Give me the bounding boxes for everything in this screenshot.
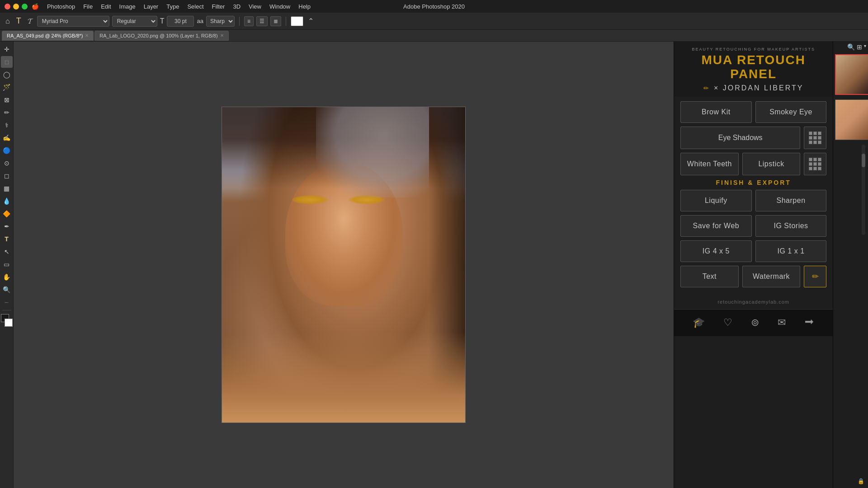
watermark-pencil-button[interactable]: ✏ — [804, 266, 826, 287]
smokey-eye-button[interactable]: Smokey Eye — [755, 101, 827, 123]
tool-gradient[interactable]: ▦ — [1, 183, 13, 194]
app-title: Adobe Photoshop 2020 — [403, 3, 465, 10]
tool-more[interactable]: ··· — [1, 296, 13, 308]
menu-layer[interactable]: Layer — [144, 3, 159, 10]
background-color[interactable] — [5, 319, 13, 327]
tool-select-path[interactable]: ↖ — [1, 246, 13, 258]
sharpen-button[interactable]: Sharpen — [755, 190, 827, 211]
menu-photoshop[interactable]: Photoshop — [47, 3, 75, 10]
thumbnail-controls: 🔍 ⊞ ▾ — [835, 43, 866, 51]
align-center-btn[interactable]: ☰ — [256, 16, 268, 26]
font-size-input[interactable] — [167, 16, 194, 27]
photo-body — [222, 332, 465, 422]
warp-text-btn[interactable]: ⌃ — [306, 16, 316, 26]
options-toolbar: ⌂ T 𝓣 Myriad Pro Regular T aa Sharp ≡ ☰ … — [0, 13, 868, 30]
anti-alias-select[interactable]: Sharp — [206, 16, 235, 27]
mua-icon-heart[interactable]: ♡ — [723, 317, 732, 328]
font-size-icon: T — [160, 17, 165, 25]
menu-type[interactable]: Type — [166, 3, 179, 10]
photo-bg-light — [316, 107, 429, 197]
tool-move[interactable]: ✛ — [1, 43, 13, 55]
tool-text[interactable]: T — [1, 233, 13, 245]
menu-help[interactable]: Help — [298, 3, 311, 10]
lipstick-button[interactable]: Lipstick — [742, 153, 801, 175]
mua-buttons-area: Brow Kit Smokey Eye Eye Shadows — [674, 97, 833, 296]
font-family-select[interactable]: Myriad Pro — [37, 16, 109, 27]
menu-filter[interactable]: Filter — [212, 3, 225, 10]
mua-header: BEAUTY RETOUCHING FOR MAKEUP ARTISTS MUA… — [674, 42, 833, 97]
tool-crop[interactable]: ⊠ — [1, 94, 13, 106]
ig-stories-button[interactable]: IG Stories — [755, 215, 827, 237]
dropdown-arrow[interactable]: ▾ — [864, 43, 866, 51]
menu-image[interactable]: Image — [119, 3, 136, 10]
minimize-button[interactable] — [13, 4, 19, 9]
tool-spot-heal[interactable]: ⚕ — [1, 119, 13, 131]
eye-shadows-button[interactable]: Eye Shadows — [680, 127, 800, 149]
menu-file[interactable]: File — [83, 3, 93, 10]
text-tool-btn[interactable]: T — [14, 15, 23, 27]
watermark-button[interactable]: Watermark — [742, 266, 801, 287]
thumbnail-scroll-area — [835, 145, 866, 474]
tool-history[interactable]: ⊙ — [1, 157, 13, 169]
align-right-btn[interactable]: ≣ — [270, 16, 281, 26]
thumb-preview-2 — [835, 100, 868, 140]
mua-icon-export[interactable]: ⮕ — [805, 317, 815, 328]
align-left-btn[interactable]: ≡ — [244, 16, 254, 26]
search-icon-btn[interactable]: 🔍 — [847, 43, 855, 51]
tool-zoom[interactable]: 🔍 — [1, 284, 13, 296]
tool-eyedropper[interactable]: ✏ — [1, 107, 13, 118]
thumbnail-item-2[interactable] — [835, 99, 868, 140]
layers-icon-btn[interactable]: ⊞ — [857, 43, 862, 51]
menu-view[interactable]: View — [249, 3, 261, 10]
tool-clone[interactable]: 🔵 — [1, 145, 13, 156]
lipstick-grid-button[interactable] — [804, 153, 826, 175]
move-tool-btn[interactable]: ⌂ — [4, 16, 12, 26]
tool-quick-select[interactable]: 🪄 — [1, 81, 13, 93]
finish-export-header: FINISH & EXPORT — [680, 179, 826, 186]
lock-icon: 🔒 — [858, 478, 864, 484]
divider-2 — [286, 17, 286, 26]
text-orient-btn[interactable]: 𝓣 — [26, 16, 34, 26]
mua-icon-instagram[interactable]: ⊚ — [751, 317, 759, 328]
mua-row-6: IG 4 x 5 IG 1 x 1 — [680, 240, 826, 262]
menu-edit[interactable]: Edit — [101, 3, 111, 10]
tab-1[interactable]: RA_Lab_LOGO_2020.png @ 100% (Layer 1, RG… — [94, 31, 228, 41]
aa-label: aa — [197, 18, 203, 24]
close-button[interactable] — [5, 4, 10, 9]
mua-row-3: Whiten Teeth Lipstick — [680, 153, 826, 175]
tool-colors[interactable] — [1, 314, 13, 327]
tool-pen[interactable]: ✒ — [1, 221, 13, 232]
tab-1-close[interactable]: ✕ — [220, 33, 224, 38]
ig-4x5-button[interactable]: IG 4 x 5 — [680, 240, 752, 262]
scroll-thumb[interactable] — [862, 154, 865, 167]
apple-menu[interactable]: 🍎 — [32, 3, 39, 10]
tab-0-close[interactable]: ✕ — [85, 33, 89, 38]
tool-lasso[interactable]: ◯ — [1, 69, 13, 80]
text-color-swatch[interactable] — [291, 16, 303, 26]
save-for-web-button[interactable]: Save for Web — [680, 215, 752, 237]
menu-3d[interactable]: 3D — [233, 3, 241, 10]
mua-website: retouchingacademylab.com — [674, 296, 833, 309]
mua-row-7: Text Watermark ✏ — [680, 266, 826, 287]
tool-hand[interactable]: ✋ — [1, 271, 13, 283]
tool-dodge[interactable]: 🔶 — [1, 208, 13, 220]
eye-shadows-grid-button[interactable] — [804, 127, 826, 149]
thumbnail-item-1[interactable] — [835, 54, 868, 95]
brow-kit-button[interactable]: Brow Kit — [680, 101, 752, 123]
font-style-select[interactable]: Regular — [112, 16, 157, 27]
tool-marquee[interactable]: ⬚ — [1, 56, 13, 68]
mua-icon-education[interactable]: 🎓 — [693, 317, 705, 328]
ig-1x1-button[interactable]: IG 1 x 1 — [755, 240, 827, 262]
mua-icon-email[interactable]: ✉ — [778, 317, 786, 328]
tool-shape[interactable]: ▭ — [1, 258, 13, 270]
whiten-teeth-button[interactable]: Whiten Teeth — [680, 153, 739, 175]
liquify-button[interactable]: Liquify — [680, 190, 752, 211]
tool-eraser[interactable]: ◻ — [1, 170, 13, 182]
tab-0[interactable]: RA_AS_049.psd @ 24% (RGB/8*) ✕ — [2, 31, 94, 41]
tool-brush[interactable]: ✍ — [1, 132, 13, 144]
text-button[interactable]: Text — [680, 266, 739, 287]
menu-window[interactable]: Window — [269, 3, 290, 10]
menu-select[interactable]: Select — [187, 3, 203, 10]
canvas-area[interactable] — [14, 42, 674, 488]
tool-blur[interactable]: 💧 — [1, 195, 13, 207]
